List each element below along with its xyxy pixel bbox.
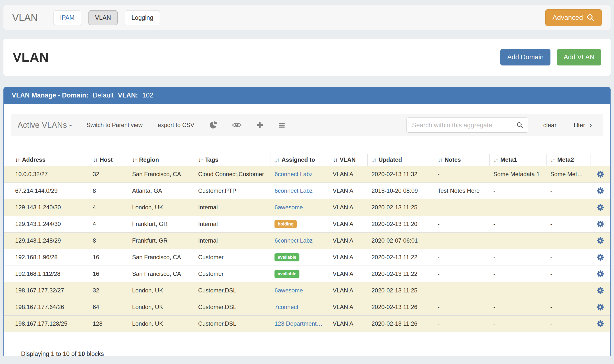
cell-updated: 2020-02-13 11:26: [368, 315, 434, 332]
row-settings-button[interactable]: [597, 187, 604, 195]
tab-logging[interactable]: Logging: [125, 10, 160, 25]
assigned-resource-link[interactable]: 6awesome: [275, 204, 303, 211]
export-csv-link[interactable]: export to CSV: [158, 122, 194, 129]
cell-actions: [591, 232, 610, 249]
cell-tags: Customer,DSL: [194, 299, 271, 315]
cell-assigned-to: 7connect: [271, 299, 329, 315]
chart-view-button[interactable]: [210, 121, 218, 129]
gear-icon: [597, 170, 604, 178]
filter-link[interactable]: filter ›: [574, 122, 592, 129]
column-header-tags[interactable]: ↓↑Tags: [194, 154, 271, 166]
column-header-meta2[interactable]: ↓↑Meta2: [547, 154, 591, 166]
list-menu-button[interactable]: [278, 121, 286, 129]
cell-address: 198.167.177.64/26: [4, 299, 89, 315]
cell-tags: Internal: [194, 216, 271, 232]
cell-updated: 2020-02-13 11:26: [368, 299, 434, 315]
cell-host: 16: [89, 249, 128, 266]
aggregate-search-input[interactable]: [407, 118, 512, 132]
column-header-meta1[interactable]: ↓↑Meta1: [489, 154, 546, 166]
cell-vlan: VLAN A: [329, 166, 368, 182]
cell-actions: [591, 299, 610, 315]
assigned-resource-link[interactable]: 6awesome: [275, 287, 303, 294]
cell-assigned-to: available: [271, 266, 329, 282]
cell-meta1: -: [489, 266, 546, 282]
pagination-count: 10: [78, 350, 85, 357]
cell-notes: -: [434, 249, 489, 266]
cell-address: 129.143.1.240/30: [4, 199, 89, 216]
plus-icon: [256, 121, 264, 129]
cell-address: 198.167.177.128/25: [4, 315, 89, 332]
assigned-resource-link[interactable]: 7connect: [275, 304, 298, 310]
cell-assigned-to: 6connect Labz: [271, 232, 329, 249]
cell-region: London, UK: [128, 299, 194, 315]
add-block-button[interactable]: [256, 121, 264, 129]
search-icon: [516, 121, 523, 129]
cell-actions: [591, 315, 610, 332]
tab-vlan[interactable]: VLAN: [89, 10, 118, 25]
cell-address: 192.168.1.112/28: [4, 266, 89, 282]
cell-host: 32: [89, 166, 128, 182]
cell-meta1: -: [489, 216, 546, 232]
cell-tags: Internal: [194, 199, 271, 216]
gear-icon: [597, 220, 604, 228]
assigned-resource-link[interactable]: 123 Department…: [275, 320, 322, 327]
page-header-card: VLAN Add Domain Add VLAN: [3, 39, 611, 76]
row-settings-button[interactable]: [597, 237, 604, 244]
clear-filter-link[interactable]: clear: [543, 122, 557, 129]
tab-ipam[interactable]: IPAM: [53, 10, 81, 25]
cell-notes: -: [434, 216, 489, 232]
row-settings-button[interactable]: [597, 170, 604, 178]
cell-tags: Internal: [194, 232, 271, 249]
visibility-button[interactable]: [232, 122, 242, 129]
sort-icon: ↓↑: [372, 156, 376, 163]
chevron-right-icon: ›: [589, 123, 592, 128]
table-row: 198.167.177.64/2664London, UKCustomer,DS…: [4, 299, 610, 315]
cell-vlan: VLAN A: [329, 232, 368, 249]
row-settings-button[interactable]: [597, 320, 604, 327]
aggregate-search-group: [406, 117, 528, 133]
column-header-notes[interactable]: ↓↑Notes: [434, 154, 489, 166]
column-header-vlan[interactable]: ↓↑VLAN: [329, 154, 368, 166]
column-header-address[interactable]: ↓↑Address: [4, 154, 89, 166]
cell-address: 10.0.0.32/27: [4, 166, 89, 182]
cell-address: 198.167.177.32/27: [4, 282, 89, 299]
row-settings-button[interactable]: [597, 270, 604, 277]
switch-parent-view-link[interactable]: Switch to Parent view: [87, 122, 143, 129]
cell-host: 4: [89, 216, 128, 232]
cell-notes: -: [434, 266, 489, 282]
row-settings-button[interactable]: [597, 303, 604, 311]
table-row: 192.168.1.112/2816San Francisco, CACusto…: [4, 266, 610, 282]
cell-vlan: VLAN A: [329, 282, 368, 299]
cell-notes: Test Notes Here: [434, 182, 489, 199]
cell-actions: [591, 282, 610, 299]
top-nav-bar: VLAN IPAM VLAN Logging Advanced: [3, 5, 611, 30]
cell-notes: -: [434, 232, 489, 249]
cell-actions: [591, 199, 610, 216]
cell-updated: 2015-10-20 08:09: [368, 182, 434, 199]
cell-region: London, UK: [128, 315, 194, 332]
row-settings-button[interactable]: [597, 254, 604, 261]
row-settings-button[interactable]: [597, 204, 604, 211]
gear-icon: [597, 254, 604, 261]
assigned-resource-link[interactable]: 6connect Labz: [275, 187, 313, 194]
assigned-resource-link[interactable]: 6connect Labz: [275, 171, 313, 177]
row-settings-button[interactable]: [597, 287, 604, 294]
assigned-resource-link[interactable]: 6connect Labz: [275, 237, 313, 244]
column-header-assigned-to[interactable]: ↓↑Assigned to: [271, 154, 329, 166]
cell-updated: 2020-02-13 11:25: [368, 199, 434, 216]
table-body: 10.0.0.32/2732San Francisco, CACloud Con…: [4, 166, 610, 332]
table-row: 129.143.1.248/298Frankfurt, GRInternal6c…: [4, 232, 610, 249]
column-header-host[interactable]: ↓↑Host: [89, 154, 128, 166]
column-header-updated[interactable]: ↓↑Updated: [368, 154, 434, 166]
add-domain-button[interactable]: Add Domain: [500, 49, 550, 65]
advanced-search-button[interactable]: Advanced: [545, 9, 602, 26]
cell-meta1: -: [489, 182, 546, 199]
column-header-region[interactable]: ↓↑Region: [128, 154, 194, 166]
cell-meta2: -: [547, 216, 591, 232]
active-vlans-title: Active VLANs -: [18, 120, 72, 130]
row-settings-button[interactable]: [597, 220, 604, 228]
cell-updated: 2020-02-13 11:25: [368, 282, 434, 299]
gear-icon: [597, 287, 604, 294]
aggregate-search-button[interactable]: [512, 118, 528, 132]
add-vlan-button[interactable]: Add VLAN: [557, 49, 601, 65]
